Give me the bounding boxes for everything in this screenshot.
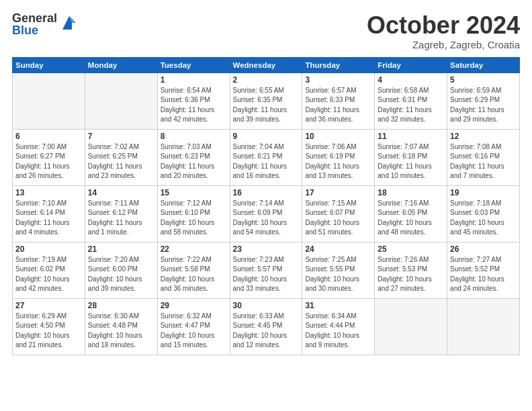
table-row: 3Sunrise: 6:57 AM Sunset: 6:33 PM Daylig… [302, 73, 375, 129]
logo-icon [60, 13, 79, 32]
day-info: Sunrise: 6:30 AM Sunset: 4:48 PM Dayligh… [88, 312, 154, 351]
col-wednesday: Wednesday [230, 57, 302, 73]
day-info: Sunrise: 6:55 AM Sunset: 6:35 PM Dayligh… [233, 86, 300, 125]
day-number: 21 [88, 244, 154, 254]
day-number: 5 [450, 75, 517, 85]
table-row: 25Sunrise: 7:26 AM Sunset: 5:53 PM Dayli… [375, 242, 447, 298]
table-row: 8Sunrise: 7:03 AM Sunset: 6:23 PM Daylig… [157, 129, 230, 185]
day-info: Sunrise: 7:12 AM Sunset: 6:10 PM Dayligh… [161, 199, 227, 238]
table-row: 15Sunrise: 7:12 AM Sunset: 6:10 PM Dayli… [157, 185, 230, 242]
table-row: 16Sunrise: 7:14 AM Sunset: 6:09 PM Dayli… [230, 185, 302, 242]
table-row: 18Sunrise: 7:16 AM Sunset: 6:05 PM Dayli… [375, 185, 447, 242]
table-row: 22Sunrise: 7:22 AM Sunset: 5:58 PM Dayli… [157, 242, 230, 298]
calendar-week-row: 13Sunrise: 7:10 AM Sunset: 6:14 PM Dayli… [13, 185, 520, 242]
day-number: 26 [450, 244, 517, 254]
calendar-week-row: 6Sunrise: 7:00 AM Sunset: 6:27 PM Daylig… [13, 129, 520, 185]
col-monday: Monday [85, 57, 157, 73]
day-info: Sunrise: 7:26 AM Sunset: 5:53 PM Dayligh… [378, 255, 444, 294]
day-info: Sunrise: 7:06 AM Sunset: 6:19 PM Dayligh… [305, 142, 371, 181]
table-row: 28Sunrise: 6:30 AM Sunset: 4:48 PM Dayli… [85, 298, 157, 355]
day-number: 11 [378, 132, 444, 141]
day-info: Sunrise: 7:27 AM Sunset: 5:52 PM Dayligh… [450, 255, 517, 294]
day-info: Sunrise: 7:00 AM Sunset: 6:27 PM Dayligh… [15, 142, 82, 181]
day-number: 28 [88, 301, 154, 310]
day-number: 4 [378, 75, 444, 85]
location: Zagreb, Zagreb, Croatia [367, 39, 520, 50]
day-info: Sunrise: 7:15 AM Sunset: 6:07 PM Dayligh… [305, 199, 371, 238]
table-row: 5Sunrise: 6:59 AM Sunset: 6:29 PM Daylig… [447, 73, 520, 129]
day-info: Sunrise: 6:59 AM Sunset: 6:29 PM Dayligh… [450, 86, 517, 125]
table-row: 19Sunrise: 7:18 AM Sunset: 6:03 PM Dayli… [447, 185, 520, 242]
day-number: 24 [305, 244, 371, 254]
calendar-week-row: 1Sunrise: 6:54 AM Sunset: 6:36 PM Daylig… [13, 73, 520, 129]
day-number: 30 [233, 301, 300, 310]
day-number: 3 [305, 75, 371, 85]
table-row: 9Sunrise: 7:04 AM Sunset: 6:21 PM Daylig… [230, 129, 302, 185]
table-row: 20Sunrise: 7:19 AM Sunset: 6:02 PM Dayli… [13, 242, 85, 298]
table-row: 29Sunrise: 6:32 AM Sunset: 4:47 PM Dayli… [157, 298, 230, 355]
day-number: 13 [15, 188, 82, 197]
table-row: 7Sunrise: 7:02 AM Sunset: 6:25 PM Daylig… [85, 129, 157, 185]
table-row: 1Sunrise: 6:54 AM Sunset: 6:36 PM Daylig… [157, 73, 230, 129]
day-info: Sunrise: 7:14 AM Sunset: 6:09 PM Dayligh… [233, 199, 300, 238]
day-info: Sunrise: 6:34 AM Sunset: 4:44 PM Dayligh… [305, 312, 371, 351]
day-number: 25 [378, 244, 444, 254]
table-row: 14Sunrise: 7:11 AM Sunset: 6:12 PM Dayli… [85, 185, 157, 242]
day-info: Sunrise: 6:32 AM Sunset: 4:47 PM Dayligh… [161, 312, 227, 351]
month-title: October 2024 [367, 12, 520, 39]
table-row: 13Sunrise: 7:10 AM Sunset: 6:14 PM Dayli… [13, 185, 85, 242]
day-info: Sunrise: 7:25 AM Sunset: 5:55 PM Dayligh… [305, 255, 371, 294]
day-number: 29 [161, 301, 227, 310]
col-saturday: Saturday [447, 57, 520, 73]
page: General Blue October 2024 Zagreb, Zagreb… [0, 0, 532, 411]
day-number: 31 [305, 301, 371, 310]
table-row [13, 73, 85, 129]
logo-text: General Blue [12, 12, 57, 36]
day-number: 16 [233, 188, 300, 197]
day-info: Sunrise: 6:57 AM Sunset: 6:33 PM Dayligh… [305, 86, 371, 125]
day-number: 12 [450, 132, 517, 141]
day-info: Sunrise: 7:07 AM Sunset: 6:18 PM Dayligh… [378, 142, 444, 181]
col-tuesday: Tuesday [157, 57, 230, 73]
day-info: Sunrise: 7:10 AM Sunset: 6:14 PM Dayligh… [15, 199, 82, 238]
day-number: 23 [233, 244, 300, 254]
header: General Blue October 2024 Zagreb, Zagreb… [12, 12, 520, 50]
day-number: 17 [305, 188, 371, 197]
day-number: 14 [88, 188, 154, 197]
day-number: 20 [15, 244, 82, 254]
calendar-week-row: 27Sunrise: 6:29 AM Sunset: 4:50 PM Dayli… [13, 298, 520, 355]
table-row: 23Sunrise: 7:23 AM Sunset: 5:57 PM Dayli… [230, 242, 302, 298]
day-info: Sunrise: 7:02 AM Sunset: 6:25 PM Dayligh… [88, 142, 154, 181]
table-row: 17Sunrise: 7:15 AM Sunset: 6:07 PM Dayli… [302, 185, 375, 242]
day-info: Sunrise: 6:33 AM Sunset: 4:45 PM Dayligh… [233, 312, 300, 351]
table-row: 26Sunrise: 7:27 AM Sunset: 5:52 PM Dayli… [447, 242, 520, 298]
day-info: Sunrise: 6:54 AM Sunset: 6:36 PM Dayligh… [161, 86, 227, 125]
day-number: 15 [161, 188, 227, 197]
table-row: 30Sunrise: 6:33 AM Sunset: 4:45 PM Dayli… [230, 298, 302, 355]
table-row: 4Sunrise: 6:58 AM Sunset: 6:31 PM Daylig… [375, 73, 447, 129]
day-info: Sunrise: 7:04 AM Sunset: 6:21 PM Dayligh… [233, 142, 300, 181]
calendar-header-row: Sunday Monday Tuesday Wednesday Thursday… [13, 57, 520, 73]
col-sunday: Sunday [13, 57, 85, 73]
calendar-week-row: 20Sunrise: 7:19 AM Sunset: 6:02 PM Dayli… [13, 242, 520, 298]
day-info: Sunrise: 6:29 AM Sunset: 4:50 PM Dayligh… [15, 312, 82, 351]
table-row [447, 298, 520, 355]
day-number: 2 [233, 75, 300, 85]
table-row [375, 298, 447, 355]
day-number: 1 [161, 75, 227, 85]
day-number: 27 [15, 301, 82, 310]
table-row: 21Sunrise: 7:20 AM Sunset: 6:00 PM Dayli… [85, 242, 157, 298]
logo: General Blue [12, 12, 79, 36]
day-info: Sunrise: 7:23 AM Sunset: 5:57 PM Dayligh… [233, 255, 300, 294]
day-info: Sunrise: 7:18 AM Sunset: 6:03 PM Dayligh… [450, 199, 517, 238]
day-info: Sunrise: 7:08 AM Sunset: 6:16 PM Dayligh… [450, 142, 517, 181]
day-number: 6 [15, 132, 82, 141]
day-info: Sunrise: 7:19 AM Sunset: 6:02 PM Dayligh… [15, 255, 82, 294]
logo-blue: Blue [12, 24, 57, 36]
day-number: 22 [161, 244, 227, 254]
table-row: 24Sunrise: 7:25 AM Sunset: 5:55 PM Dayli… [302, 242, 375, 298]
day-number: 18 [378, 188, 444, 197]
table-row [85, 73, 157, 129]
col-friday: Friday [375, 57, 447, 73]
day-info: Sunrise: 7:20 AM Sunset: 6:00 PM Dayligh… [88, 255, 154, 294]
